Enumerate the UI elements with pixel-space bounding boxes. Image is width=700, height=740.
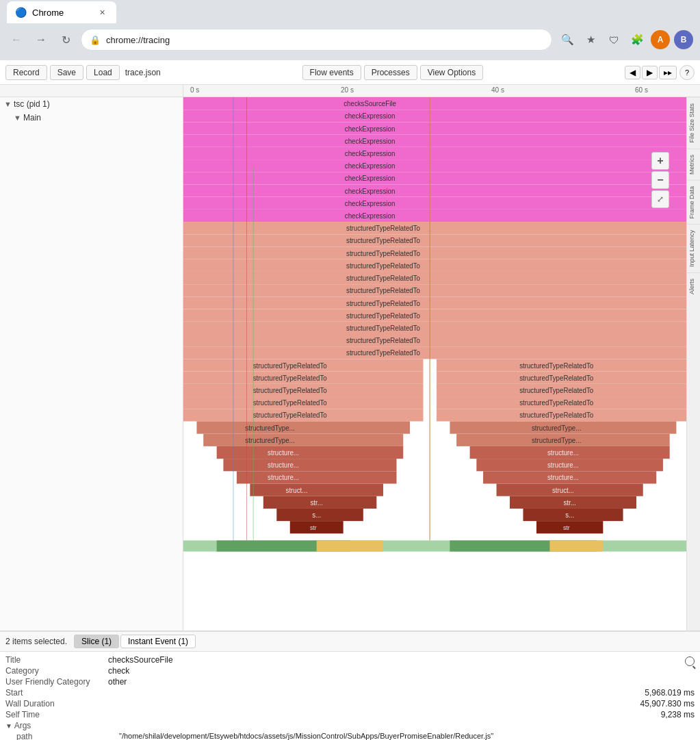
svg-rect-32 (183, 296, 686, 309)
svg-text:str: str (563, 524, 570, 531)
process-expand-icon[interactable]: ▼ (4, 100, 14, 108)
shield-button[interactable]: 🛡 (604, 30, 623, 49)
save-button[interactable]: Save (50, 65, 83, 80)
nav-controls: ◀ ▶ ▸▸ (625, 66, 677, 79)
svg-text:structuredTypeRelatedTo: structuredTypeRelatedTo (253, 411, 327, 419)
svg-text:structuredTypeRelatedTo: structuredTypeRelatedTo (346, 312, 420, 320)
path-value: "/home/shilal/development/Etsyweb/htdocs… (119, 732, 493, 740)
thread-expand-icon[interactable]: ▼ (14, 114, 23, 122)
profile-avatar[interactable]: A (651, 30, 670, 49)
sidebar-input-latency[interactable]: Input Latency (687, 224, 700, 272)
extensions-button[interactable]: 🧩 (627, 30, 647, 49)
tick-20s: 20 s (341, 86, 354, 94)
fit-button[interactable]: ⤢ (651, 190, 669, 208)
svg-rect-0 (183, 97, 686, 110)
svg-text:structuredTypeRelatedTo: structuredTypeRelatedTo (253, 374, 327, 382)
nav-next-button[interactable]: ▶ (642, 66, 658, 79)
browser-toolbar: ← → ↻ 🔒 chrome://tracing 🔍 ★ 🛡 🧩 A B (0, 25, 700, 55)
tracing-app: Record Save Load trace.json Flow events … (0, 60, 700, 740)
svg-rect-70 (217, 446, 404, 459)
svg-text:structuredTypeRelatedTo: structuredTypeRelatedTo (346, 225, 420, 232)
zoom-out-button[interactable]: − (651, 171, 669, 189)
svg-text:structuredTypeRelatedTo: structuredTypeRelatedTo (519, 411, 593, 419)
tab-close-button[interactable]: ✕ (96, 6, 108, 18)
view-options-tab[interactable]: View Options (420, 65, 483, 80)
process-name: tsc (pid 1) (14, 99, 50, 109)
svg-text:structure...: structure... (268, 474, 299, 481)
nav-prev-button[interactable]: ◀ (625, 66, 640, 79)
processes-tab[interactable]: Processes (364, 65, 417, 80)
process-row-tsc[interactable]: ▼ tsc (pid 1) (0, 97, 183, 111)
detail-category-row: Category check (5, 665, 695, 676)
wall-duration-label: Wall Duration (5, 699, 108, 709)
flame-chart-svg[interactable]: checksSourceFile checkExpression checkEx… (183, 97, 686, 630)
address-input[interactable]: chrome://tracing (106, 35, 543, 45)
svg-text:checkExpression: checkExpression (345, 175, 395, 182)
sidebar-file-size-stats[interactable]: File Size Stats (687, 97, 700, 149)
svg-text:checkExpression: checkExpression (345, 212, 395, 220)
svg-rect-36 (183, 322, 686, 334)
address-bar[interactable]: 🔒 chrome://tracing (81, 29, 552, 51)
detail-self-time-row: Self Time 9,238 ms (5, 709, 695, 720)
path-label: path (16, 732, 119, 740)
profile-avatar2[interactable]: B (674, 30, 693, 49)
svg-text:structuredType...: structuredType... (245, 437, 294, 444)
args-row: Args (5, 720, 695, 731)
svg-rect-10 (183, 160, 686, 172)
zoom-in-button[interactable]: + (651, 152, 669, 170)
timeline-header: 0 s 20 s 40 s 60 s (0, 85, 700, 97)
svg-text:structuredTypeRelatedTo: structuredTypeRelatedTo (346, 287, 420, 294)
svg-text:structure...: structure... (547, 474, 579, 481)
tab-bar: 🔵 Chrome ✕ (0, 0, 700, 25)
svg-rect-38 (183, 334, 686, 346)
svg-rect-74 (223, 459, 396, 471)
flow-events-tab[interactable]: Flow events (302, 65, 361, 80)
self-time-label: Self Time (5, 710, 108, 719)
svg-text:checkExpression: checkExpression (345, 200, 395, 207)
app-toolbar: Record Save Load trace.json Flow events … (0, 60, 700, 85)
bookmark-button[interactable]: ★ (581, 30, 600, 49)
svg-text:structuredTypeRelatedTo: structuredTypeRelatedTo (253, 399, 327, 407)
forward-button[interactable]: → (31, 30, 51, 49)
slice-tab[interactable]: Slice (1) (74, 635, 119, 648)
back-button[interactable]: ← (7, 30, 26, 49)
category-label: Category (5, 666, 108, 676)
title-search-icon[interactable] (685, 656, 695, 666)
sidebar-metrics[interactable]: Metrics (687, 149, 700, 180)
svg-text:structure...: structure... (547, 449, 579, 457)
nav-expand-button[interactable]: ▸▸ (659, 66, 677, 79)
svg-text:checkExpression: checkExpression (345, 150, 395, 157)
svg-rect-106 (549, 540, 603, 551)
trace-canvas[interactable]: checksSourceFile checkExpression checkEx… (183, 97, 686, 630)
svg-text:checkExpression: checkExpression (345, 112, 395, 120)
record-button[interactable]: Record (5, 65, 47, 80)
svg-rect-2 (183, 110, 686, 122)
svg-rect-12 (183, 172, 686, 184)
title-label: Title (5, 655, 108, 665)
tick-0s: 0 s (190, 86, 199, 94)
svg-text:structure...: structure... (268, 449, 299, 457)
svg-text:str...: str... (563, 499, 575, 507)
load-button[interactable]: Load (86, 65, 120, 80)
tab-favicon: 🔵 (15, 7, 27, 18)
svg-text:structuredTypeRelatedTo: structuredTypeRelatedTo (253, 387, 327, 394)
help-button[interactable]: ? (679, 65, 695, 80)
self-time-value2: 9,238 ms (108, 710, 695, 719)
svg-rect-40 (183, 346, 686, 359)
search-browser-button[interactable]: 🔍 (558, 30, 577, 49)
instant-event-tab[interactable]: Instant Event (1) (120, 635, 196, 648)
detail-wall-duration-row: Wall Duration 45,907.830 ms (5, 698, 695, 709)
thread-row-main[interactable]: ▼ Main (0, 111, 183, 125)
active-tab[interactable]: 🔵 Chrome ✕ (7, 1, 116, 23)
svg-text:struct...: struct... (552, 487, 574, 494)
svg-text:structuredTypeRelatedTo: structuredTypeRelatedTo (346, 299, 420, 307)
sidebar-alerts[interactable]: Alerts (687, 272, 700, 300)
svg-rect-82 (250, 484, 383, 496)
svg-text:checkExpression: checkExpression (345, 138, 395, 145)
svg-rect-8 (183, 147, 686, 160)
args-toggle[interactable]: Args (5, 721, 108, 730)
process-tree[interactable]: ▼ tsc (pid 1) ▼ Main (0, 97, 183, 630)
reload-button[interactable]: ↻ (56, 30, 75, 49)
sidebar-frame-data[interactable]: Frame Data (687, 180, 700, 225)
category-value: check (108, 666, 695, 676)
